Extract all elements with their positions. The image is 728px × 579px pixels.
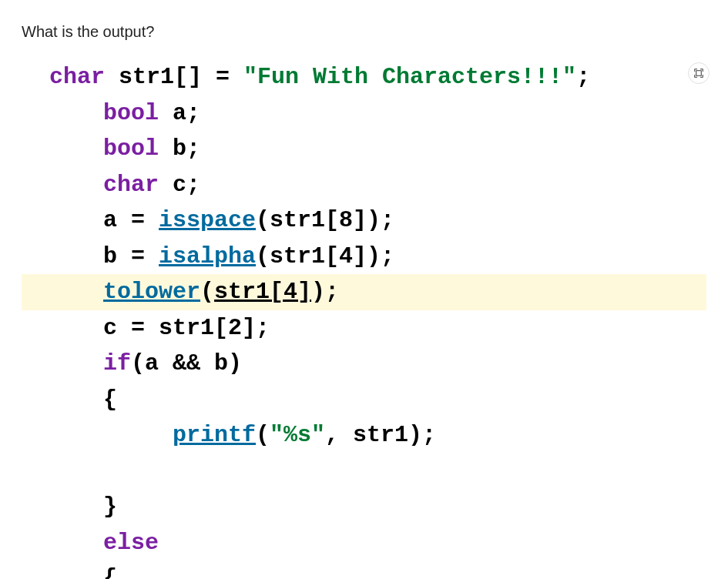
code-text: b = — [103, 243, 159, 269]
code-text: a = — [103, 207, 159, 233]
string-literal: "%s" — [270, 422, 325, 448]
snip-icon[interactable] — [688, 62, 710, 84]
code-line-5: a = isspace(str1[8]); — [49, 202, 706, 239]
code-line-13: else — [49, 525, 706, 561]
code-line-6: b = isalpha(str1[4]); — [49, 239, 706, 275]
code-text: (str1[8]); — [256, 207, 394, 233]
code-line-1: char str1[] = "Fun With Characters!!!"; — [49, 59, 706, 95]
code-text: c; — [159, 172, 200, 198]
code-block: char str1[] = "Fun With Characters!!!"; … — [22, 59, 706, 579]
code-text: } — [103, 494, 117, 520]
function-isspace: isspace — [159, 207, 256, 233]
question-text: What is the output? — [22, 23, 706, 41]
code-line-14: { — [49, 561, 706, 579]
keyword-bool: bool — [103, 100, 159, 126]
keyword-if: if — [103, 350, 131, 377]
string-literal: "Fun With Characters!!!" — [243, 64, 576, 90]
code-line-blank — [49, 453, 706, 490]
keyword-else: else — [103, 530, 159, 556]
code-line-10: { — [49, 382, 706, 418]
code-text: ( — [200, 279, 214, 305]
code-text: { — [103, 387, 117, 413]
svg-rect-0 — [696, 71, 702, 76]
code-text: str1[] = — [105, 64, 243, 90]
code-line-12: } — [49, 489, 706, 525]
code-text: (a && b) — [131, 350, 242, 377]
code-text: , str1); — [325, 422, 436, 448]
keyword-char: char — [49, 64, 105, 90]
keyword-char: char — [103, 172, 159, 198]
code-text: (str1[4]); — [256, 243, 394, 269]
code-text: ); — [311, 279, 339, 305]
function-printf: printf — [173, 422, 256, 448]
code-line-2: bool a; — [49, 95, 706, 132]
keyword-bool: bool — [103, 136, 159, 162]
code-line-8: c = str1[2]; — [49, 310, 706, 346]
code-line-4: char c; — [49, 167, 706, 203]
code-text: c = str1[2]; — [103, 315, 270, 341]
code-text: b; — [159, 136, 200, 162]
code-text: { — [103, 565, 117, 579]
code-text: ; — [576, 64, 590, 90]
code-line-7-highlighted: tolower(str1[4]); — [22, 274, 706, 310]
code-line-11: printf("%s", str1); — [49, 417, 706, 453]
code-line-9: if(a && b) — [49, 346, 706, 382]
code-text: ( — [256, 422, 270, 448]
code-ident: str1[4] — [214, 279, 311, 305]
function-isalpha: isalpha — [159, 243, 256, 269]
function-tolower: tolower — [103, 279, 200, 305]
code-text: a; — [159, 100, 200, 126]
code-line-3: bool b; — [49, 131, 706, 167]
